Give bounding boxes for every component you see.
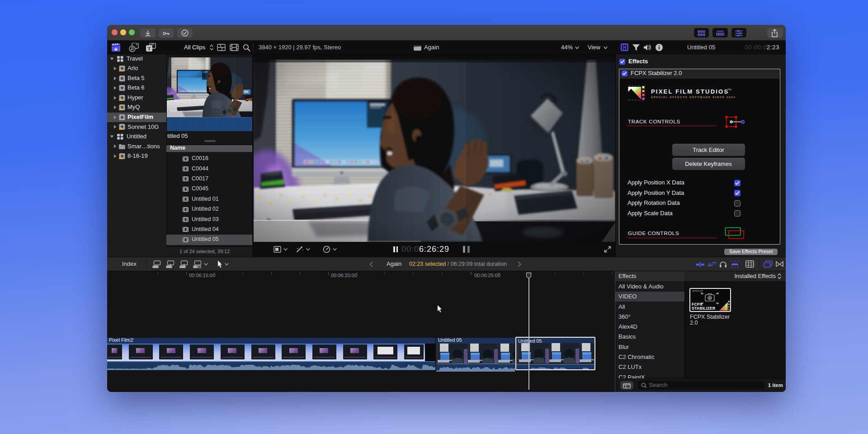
svg-text:T: T	[147, 46, 151, 51]
